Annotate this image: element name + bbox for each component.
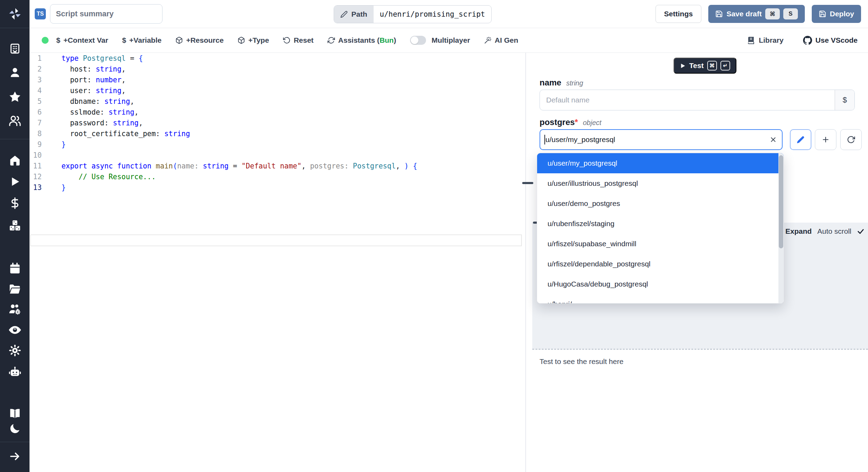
code-line[interactable]: } bbox=[61, 139, 525, 150]
refresh-resources-button[interactable] bbox=[840, 129, 862, 150]
sidebar bbox=[0, 0, 30, 472]
save-draft-button[interactable]: Save draft ⌘ S bbox=[708, 5, 805, 23]
code-line[interactable]: password: string, bbox=[61, 118, 525, 129]
sidebar-item-favorites[interactable] bbox=[0, 89, 30, 105]
variable-picker-button[interactable]: $ bbox=[835, 90, 854, 110]
code-line[interactable]: port: number, bbox=[61, 75, 525, 85]
code-editor[interactable]: 12345678910111213 type Postgresql = { ho… bbox=[30, 53, 525, 472]
save-icon bbox=[819, 10, 826, 18]
sidebar-item-folders[interactable] bbox=[0, 281, 30, 297]
add-resource-button[interactable]: +Resource bbox=[175, 36, 224, 44]
sidebar-item-schedules[interactable] bbox=[0, 260, 30, 277]
name-input[interactable] bbox=[540, 90, 835, 110]
kbd-cmd: ⌘ bbox=[707, 61, 717, 71]
add-variable-button[interactable]: $+Variable bbox=[122, 36, 162, 44]
result-placeholder: Test to see the result here bbox=[540, 357, 624, 366]
sidebar-item-settings[interactable] bbox=[0, 342, 30, 359]
users-icon bbox=[8, 114, 22, 127]
resource-option[interactable]: u/rubenfiszel/staging bbox=[537, 214, 784, 234]
code-line[interactable]: host: string, bbox=[61, 64, 525, 75]
test-button[interactable]: Test ⌘ ↵ bbox=[674, 58, 736, 74]
resource-option[interactable]: u/user/demo_postgres bbox=[537, 193, 784, 214]
plus-icon bbox=[821, 135, 830, 144]
sidebar-divider bbox=[0, 139, 30, 139]
ai-gen-button[interactable]: AI Gen bbox=[484, 36, 518, 44]
package-icon bbox=[175, 36, 183, 44]
resource-option[interactable]: u/user/my_postgresql bbox=[537, 153, 784, 173]
add-context-var-button[interactable]: $+Context Var bbox=[56, 36, 108, 44]
result-panel: Test to see the result here bbox=[532, 349, 868, 472]
multiplayer-label: Multiplayer bbox=[432, 36, 470, 44]
deploy-button[interactable]: Deploy bbox=[812, 5, 861, 23]
sidebar-item-workers[interactable] bbox=[0, 364, 30, 380]
sidebar-item-variables[interactable] bbox=[0, 195, 30, 212]
sidebar-item-home[interactable] bbox=[0, 152, 30, 169]
play-icon bbox=[680, 63, 686, 69]
code-content[interactable]: type Postgresql = { host: string, port: … bbox=[61, 53, 525, 193]
expand-button[interactable]: Expand bbox=[785, 227, 812, 235]
sidebar-divider bbox=[0, 28, 30, 28]
top-bar: TS Path u/henri/promising_script Setting… bbox=[30, 0, 868, 28]
code-line[interactable]: type Postgresql = { bbox=[61, 53, 525, 64]
preview-panel: Test ⌘ ↵ name string $ postgres* object … bbox=[532, 53, 868, 472]
dropdown-scrollbar-thumb[interactable] bbox=[779, 155, 783, 248]
sidebar-item-workspace[interactable] bbox=[0, 40, 30, 57]
sidebar-item-dark-mode[interactable] bbox=[0, 420, 30, 437]
code-line[interactable] bbox=[61, 150, 525, 161]
postgres-resource-input[interactable]: u/user/my_postgresql bbox=[540, 129, 783, 150]
resource-option[interactable]: u/rfiszel/supabase_windmill bbox=[537, 234, 784, 254]
resource-option[interactable]: u/HugoCasa/debug_postgresql bbox=[537, 274, 784, 294]
resource-option[interactable]: u/user/illustrious_postgresql bbox=[537, 173, 784, 193]
sidebar-item-docs[interactable] bbox=[0, 405, 30, 422]
edit-resource-button[interactable] bbox=[790, 129, 811, 150]
name-field-label: name string bbox=[540, 78, 583, 88]
book-open-icon bbox=[8, 407, 22, 420]
rotate-cw-icon bbox=[847, 135, 855, 144]
clear-icon[interactable] bbox=[769, 130, 777, 149]
dropdown-scrollbar[interactable] bbox=[778, 153, 784, 303]
kbd-s: S bbox=[783, 8, 798, 19]
sidebar-expand-button[interactable] bbox=[0, 448, 30, 465]
code-line[interactable]: sslmode: string, bbox=[61, 107, 525, 118]
vertical-splitter[interactable] bbox=[525, 53, 532, 472]
code-line[interactable]: } bbox=[61, 182, 525, 193]
resource-option[interactable]: u/henri/... bbox=[537, 294, 784, 304]
settings-button[interactable]: Settings bbox=[656, 5, 702, 23]
reset-button[interactable]: Reset bbox=[283, 36, 314, 44]
status-dot bbox=[42, 37, 49, 44]
multiplayer-toggle[interactable] bbox=[410, 36, 426, 45]
code-line[interactable]: root_certificate_pem: string bbox=[61, 129, 525, 139]
add-type-button[interactable]: +Type bbox=[237, 36, 269, 44]
postgres-field-label: postgres* object bbox=[540, 117, 601, 127]
star-icon bbox=[8, 90, 22, 103]
line-number: 11 bbox=[30, 161, 42, 172]
use-vscode-button[interactable]: Use VScode bbox=[803, 36, 858, 45]
editor-toolbar: $+Context Var $+Variable +Resource +Type… bbox=[30, 28, 868, 53]
library-button[interactable]: Library bbox=[747, 36, 783, 44]
users-gear-icon bbox=[8, 303, 22, 316]
sidebar-item-resources[interactable] bbox=[0, 217, 30, 234]
required-asterisk: * bbox=[575, 117, 578, 127]
windmill-logo-icon[interactable] bbox=[0, 3, 30, 24]
assistants-button[interactable]: Assistants (Bun) bbox=[327, 36, 396, 44]
arrow-right-icon bbox=[9, 450, 21, 463]
sidebar-item-groups[interactable] bbox=[0, 301, 30, 318]
vertical-splitter-handle[interactable] bbox=[522, 182, 533, 184]
resource-option[interactable]: u/rfiszel/dependable_postgresql bbox=[537, 254, 784, 274]
code-line[interactable]: // Use Resource... bbox=[61, 172, 525, 182]
script-summary-input[interactable] bbox=[50, 4, 162, 24]
sidebar-item-audit-logs[interactable] bbox=[0, 322, 30, 338]
robot-icon bbox=[8, 365, 22, 379]
current-line-highlight bbox=[30, 234, 522, 246]
sidebar-item-runs[interactable] bbox=[0, 173, 30, 190]
path-field[interactable]: Path u/henri/promising_script bbox=[334, 5, 492, 23]
sidebar-item-users[interactable] bbox=[0, 113, 30, 129]
code-line[interactable]: export async function main(name: string … bbox=[61, 161, 525, 172]
check-icon[interactable] bbox=[857, 227, 865, 235]
line-number: 6 bbox=[30, 107, 42, 118]
code-line[interactable]: dbname: string, bbox=[61, 96, 525, 107]
code-line[interactable]: user: string, bbox=[61, 85, 525, 96]
path-value: u/henri/promising_script bbox=[374, 6, 491, 23]
sidebar-item-user[interactable] bbox=[0, 64, 30, 81]
add-resource-button[interactable] bbox=[815, 129, 836, 150]
